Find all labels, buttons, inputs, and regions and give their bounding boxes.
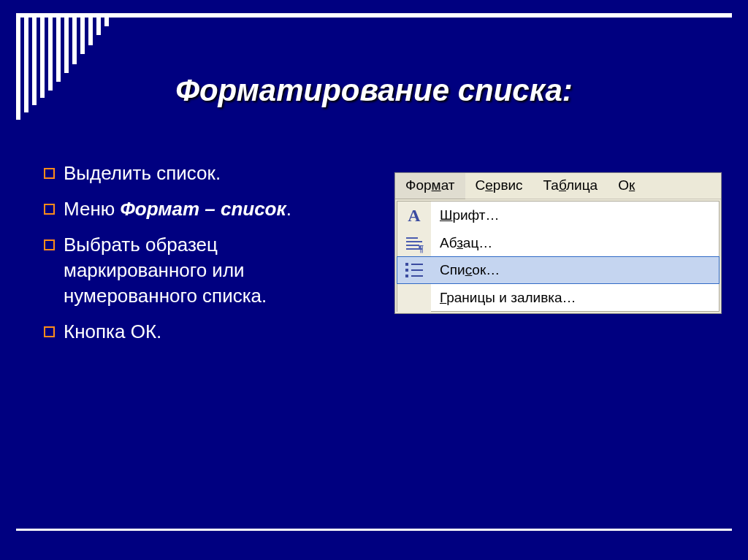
menubar: Формат Сервис Таблица Ок [395, 173, 721, 199]
bottom-rule [16, 529, 732, 531]
list-item: Кнопка ОК. [44, 319, 336, 345]
bullet-marker [44, 239, 55, 250]
format-dropdown: A Шрифт… ¶ Абзац… [397, 201, 720, 312]
menu-item-paragraph[interactable]: ¶ Абзац… [397, 229, 719, 257]
menu-format[interactable]: Формат [395, 173, 465, 199]
bullet-text: Выделить список. [64, 161, 336, 186]
list-item: Меню Формат – список. [44, 196, 336, 222]
bullet-text: Кнопка ОК. [64, 319, 336, 345]
menu-service[interactable]: Сервис [465, 173, 533, 199]
bullet-marker [44, 326, 55, 337]
menu-item-font[interactable]: A Шрифт… [397, 202, 719, 229]
word-menu-screenshot: Формат Сервис Таблица Ок A Шрифт… ¶ [394, 172, 722, 314]
borders-icon [397, 284, 431, 312]
menu-item-borders[interactable]: Границы и заливка… [397, 283, 719, 311]
top-rule [16, 13, 732, 18]
bullet-marker [44, 204, 55, 215]
bullet-marker [44, 168, 55, 179]
list-item: Выбрать образец маркированного или нумер… [44, 232, 336, 309]
bullet-text: Выбрать образец маркированного или нумер… [64, 232, 336, 309]
list-icon [397, 256, 431, 284]
bullet-text: Меню Формат – список. [64, 196, 336, 222]
bullet-list: Выделить список. Меню Формат – список. В… [44, 161, 336, 356]
menu-table[interactable]: Таблица [533, 173, 608, 199]
font-icon: A [397, 202, 431, 229]
paragraph-icon: ¶ [397, 229, 431, 257]
menu-item-list[interactable]: Список… [397, 256, 720, 284]
slide-title: Форматирование списка: [0, 73, 748, 108]
menu-window[interactable]: Ок [608, 173, 645, 199]
list-item: Выделить список. [44, 161, 336, 186]
